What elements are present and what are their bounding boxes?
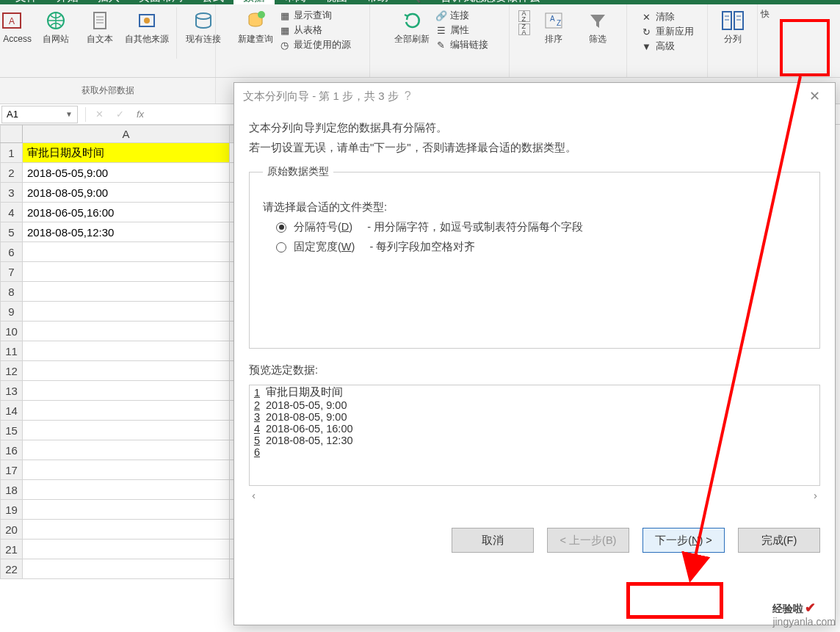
radio-icon: [276, 222, 286, 233]
table-icon: ▦: [279, 24, 291, 36]
cancel-formula-button: ✕: [89, 109, 109, 120]
advanced-icon: ▼: [641, 40, 653, 52]
access-icon: A: [0, 9, 23, 32]
advanced-filter-button[interactable]: ▼高级: [641, 40, 694, 53]
svg-rect-3: [94, 12, 106, 29]
preview-label: 预览选定数据:: [249, 363, 820, 377]
row-header[interactable]: 10: [1, 322, 23, 341]
row-header[interactable]: 17: [1, 460, 23, 480]
accept-formula-button: ✓: [109, 109, 130, 120]
radio-delimited[interactable]: 分隔符号(D) - 用分隔字符，如逗号或制表符分隔每个字段: [276, 220, 806, 234]
radio-delimited-desc: - 用分隔字符，如逗号或制表符分隔每个字段: [367, 220, 583, 234]
row-header[interactable]: 4: [1, 203, 23, 222]
recent-sources-button[interactable]: ◷最近使用的源: [279, 38, 351, 51]
row-header[interactable]: 19: [1, 500, 23, 520]
radio-fixed-desc: - 每列字段加空格对齐: [369, 240, 475, 254]
preview-scroll-h[interactable]: ‹›: [249, 486, 820, 504]
svg-text:Z: Z: [557, 19, 561, 27]
svg-rect-15: [723, 12, 731, 29]
dialog-title: 文本分列向导 - 第 1 步，共 3 步: [243, 90, 399, 103]
dialog-text-line2: 若一切设置无误，请单击"下一步"，否则请选择最合适的数据类型。: [249, 141, 820, 155]
dialog-help-button[interactable]: ?: [399, 87, 417, 106]
column-header-A[interactable]: A: [23, 126, 230, 143]
annotation-highlight-next: [626, 582, 723, 619]
table-icon: ▦: [279, 10, 291, 21]
connections-button[interactable]: 🔗连接: [435, 9, 488, 22]
show-queries-button[interactable]: ▦显示查询: [279, 9, 351, 22]
row-header[interactable]: 18: [1, 480, 23, 500]
row-header[interactable]: 7: [1, 262, 23, 282]
row-header[interactable]: 22: [1, 559, 23, 579]
text-file-icon: [88, 9, 112, 32]
data-preview[interactable]: 1审批日期及时间22018-05-05, 9:0032018-08-05, 9:…: [249, 385, 820, 486]
row-header[interactable]: 5: [1, 222, 23, 242]
dialog-title-bar[interactable]: 文本分列向导 - 第 1 步，共 3 步 ? ✕: [234, 83, 835, 109]
radio-fixed-width[interactable]: 固定宽度(W) - 每列字段加空格对齐: [276, 240, 806, 254]
row-header[interactable]: 11: [1, 341, 23, 361]
sort-az-button[interactable]: AZ: [518, 10, 530, 22]
refresh-all-button[interactable]: 全部刷新: [391, 7, 432, 44]
filter-button[interactable]: 筛选: [577, 7, 618, 44]
sort-button[interactable]: AZ 排序: [533, 7, 574, 44]
row-header[interactable]: 2: [1, 163, 23, 183]
row-header[interactable]: 21: [1, 540, 23, 559]
clear-icon: ✕: [641, 11, 653, 23]
flash-fill-button[interactable]: 快: [758, 7, 772, 19]
filter-icon: [586, 9, 609, 32]
sort-za-button[interactable]: ZA: [518, 23, 530, 35]
svg-point-8: [144, 18, 150, 23]
fx-button[interactable]: fx: [130, 109, 151, 120]
row-header[interactable]: 15: [1, 421, 23, 440]
name-box[interactable]: A1 ▼: [1, 106, 78, 123]
row-header[interactable]: 3: [1, 183, 23, 203]
back-button: < 上一步(B): [547, 528, 629, 553]
row-header[interactable]: 8: [1, 282, 23, 302]
reapply-button[interactable]: ↻重新应用: [641, 25, 694, 38]
group-subhead: 请选择最合适的文件类型:: [263, 200, 806, 214]
new-query-icon: [244, 9, 267, 32]
cell-A3[interactable]: 2018-08-05,9:00: [23, 183, 230, 203]
row-header[interactable]: 16: [1, 440, 23, 460]
chevron-down-icon[interactable]: ▼: [65, 110, 73, 118]
from-access-button[interactable]: A 自 Access: [0, 7, 32, 44]
from-table-button[interactable]: ▦从表格: [279, 23, 351, 37]
recent-icon: ◷: [279, 39, 291, 51]
clear-filter-button[interactable]: ✕清除: [641, 10, 694, 23]
select-all-corner[interactable]: [1, 126, 23, 143]
row-header[interactable]: 9: [1, 302, 23, 322]
row-header[interactable]: 20: [1, 520, 23, 540]
text-to-columns-wizard-dialog: 文本分列向导 - 第 1 步，共 3 步 ? ✕ 文本分列向导判定您的数据具有分…: [233, 82, 836, 625]
svg-text:A: A: [9, 16, 15, 26]
dialog-close-button[interactable]: ✕: [803, 85, 826, 107]
row-header[interactable]: 13: [1, 381, 23, 401]
from-web-button[interactable]: 自网站: [35, 7, 76, 44]
properties-button[interactable]: ☰属性: [435, 23, 488, 37]
cell-A4[interactable]: 2018-06-05,16:00: [23, 203, 230, 222]
finish-button[interactable]: 完成(F): [738, 528, 820, 553]
properties-icon: ☰: [435, 24, 447, 36]
sort-za-icon: ZA: [518, 23, 530, 35]
svg-text:A: A: [550, 15, 555, 23]
new-query-button[interactable]: 新建查询: [235, 7, 276, 44]
cell-A2[interactable]: 2018-05-05,9:00: [23, 163, 230, 183]
row-header[interactable]: 1: [1, 143, 23, 163]
cell-A5[interactable]: 2018-08-05,12:30: [23, 222, 230, 242]
svg-rect-16: [734, 12, 743, 29]
other-sources-icon: [135, 9, 159, 32]
next-button[interactable]: 下一步(N) >: [642, 528, 725, 553]
svg-point-11: [258, 11, 265, 18]
ribbon: A 自 Access 自网站 自文本 自其他来源: [0, 4, 840, 78]
cancel-button[interactable]: 取消: [452, 528, 534, 553]
from-other-button[interactable]: 自其他来源: [123, 7, 170, 44]
row-header[interactable]: 14: [1, 401, 23, 421]
sort-az-icon: AZ: [518, 10, 530, 22]
link-icon: 🔗: [435, 10, 447, 21]
group-legend: 原始数据类型: [263, 165, 333, 178]
edit-links-button[interactable]: ✎编辑链接: [435, 38, 488, 51]
reapply-icon: ↻: [641, 26, 653, 37]
text-to-columns-button[interactable]: 分列: [714, 7, 752, 44]
row-header[interactable]: 12: [1, 361, 23, 381]
row-header[interactable]: 6: [1, 242, 23, 262]
from-text-button[interactable]: 自文本: [79, 7, 120, 44]
cell-A1[interactable]: 审批日期及时间: [23, 143, 230, 163]
